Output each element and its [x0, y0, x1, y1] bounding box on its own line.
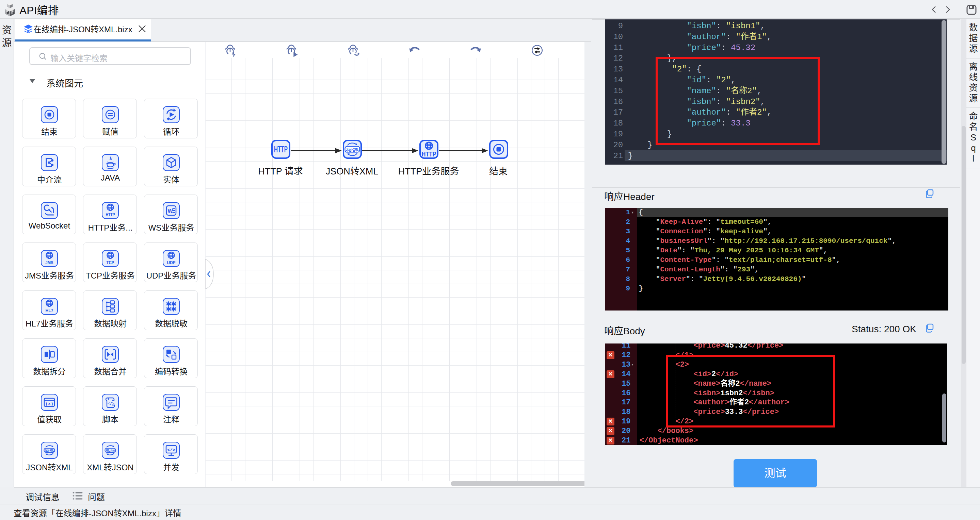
- svg-text:</>: </>: [167, 447, 175, 453]
- svg-text:Json-XML: Json-XML: [45, 449, 54, 452]
- svg-text:HTTP: HTTP: [106, 212, 115, 217]
- svg-text:W: W: [167, 208, 173, 214]
- svg-text:</>: </>: [108, 402, 115, 406]
- svg-text:JMS: JMS: [46, 260, 53, 265]
- svg-text:TCP: TCP: [107, 260, 115, 265]
- svg-text:(x): (x): [45, 401, 53, 406]
- svg-text:XML-Json: XML-Json: [106, 449, 115, 452]
- svg-text:HL7: HL7: [46, 308, 53, 313]
- svg-text:UDP: UDP: [167, 260, 176, 265]
